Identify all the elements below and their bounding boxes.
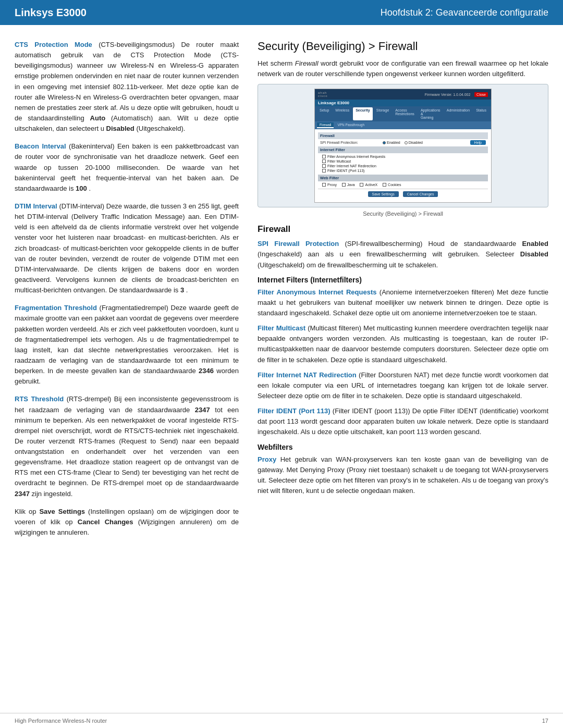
rui-filter-anon: Filter Anonymous Internet Requests [318,155,488,158]
rui-body: Firewall SPI Firewall Protection: Enable… [315,129,491,202]
screenshot-caption: Security (Beveiliging) > Firewall [258,211,548,217]
header-title-left: Linksys E3000 [15,7,87,19]
checkbox-proxy[interactable] [322,183,326,187]
cts-term: CTS Protection Mode [15,41,92,48]
beacon-paragraph: Beacon Interval (Bakeninterval) Een bake… [15,141,239,194]
footer-left: High Performance Wireless-N router [15,718,107,724]
checkbox-multicast[interactable] [322,159,326,163]
filter-ident-paragraph: Filter IDENT (Port 113) (Filter IDENT (p… [258,406,548,437]
rui-save-btn[interactable]: Save Settings [368,191,399,197]
spi-term: SPI Firewall Protection [258,240,339,248]
save-paragraph: Klik op Save Settings (Instellingen opsl… [15,507,239,538]
main-content: CTS Protection Mode (CTS-beveiligingsmod… [0,25,563,556]
rui-subnav: Firewall VPN Passthrough [315,121,491,129]
filter-ident-term: Filter IDENT (Port 113) [258,407,331,415]
radio-enabled-icon [383,141,386,144]
nav-apps[interactable]: Applications &Gaming [418,107,443,120]
footer-page-number: 17 [542,718,548,724]
rui-spi-disabled[interactable]: Disabled [405,141,423,144]
rui-header-right: Firmware Versie: 1.0.04.002 Close [425,93,488,96]
header-bar: Linksys E3000 Hoofdstuk 2: Geavanceerde … [0,0,563,25]
rui-web-filters: Proxy Java ActiveX Cookies [318,183,488,187]
nav-access[interactable]: AccessRestrictions [393,107,417,120]
checkbox-anon[interactable] [322,155,326,158]
proxy-paragraph: Proxy Het gebruik van WAN-proxyservers k… [258,454,548,497]
webfilters-heading: Webfilters [258,443,548,451]
nav-storage[interactable]: Storage [374,107,392,120]
checkbox-activex[interactable] [360,183,363,187]
left-column: CTS Protection Mode (CTS-beveiligingsmod… [15,40,239,545]
section-intro: Het scherm Firewall wordt gebruikt voor … [258,58,548,79]
header-title-right: Hoofdstuk 2: Geavanceerde configuratie [381,7,548,18]
rui-nav: Setup Wireless Security Storage AccessRe… [315,106,491,121]
subnav-firewall[interactable]: Firewall [317,122,334,128]
right-column: Security (Beveiliging) > Firewall Het sc… [258,40,548,545]
frag-term: Fragmentation Threshold [15,304,97,312]
radio-disabled-icon [405,141,408,144]
nav-wireless[interactable]: Wireless [333,107,352,120]
close-button[interactable]: Close [474,92,488,97]
filter-multicast-paragraph: Filter Multicast (Multicast filteren) Me… [258,323,548,365]
cisco-text: ahahcisco [318,91,328,97]
rui-spi-options: Enabled Disabled [383,141,423,144]
rui-help-btn[interactable]: Help [470,141,486,144]
dtim-term: DTIM Interval [15,202,57,210]
rts-term: RTS Threshold [15,395,64,403]
filter-multicast-term: Filter Multicast [258,324,305,332]
subnav-vpn[interactable]: VPN Passthrough [335,122,367,128]
filter-anon-term: Filter Anonymous Internet Requests [258,288,377,296]
rui-filter-nat: Filter Internet NAT Redirection [318,164,488,168]
rui-spi-label: SPI Firewall Protection: [320,141,383,144]
rui-firewall-section: Firewall [318,132,488,139]
nav-security[interactable]: Security [353,107,373,120]
rui-footer: Save Settings Cancel Changes [318,189,488,199]
checkbox-ident[interactable] [322,169,326,172]
cisco-logo-area: ahahcisco [318,91,328,97]
proxy-term: Proxy [258,455,276,463]
rui-internet-section: Internet Filter [318,146,488,153]
filter-nat-term: Filter Internet NAT Redirection [258,371,357,379]
router-ui-mock: ahahcisco Firmware Versie: 1.0.04.002 Cl… [314,89,492,203]
router-screenshot: ahahcisco Firmware Versie: 1.0.04.002 Cl… [258,84,548,207]
dtim-paragraph: DTIM Interval (DTIM-interval) Deze waard… [15,201,239,295]
firmware-label: Firmware Versie: 1.0.04.002 [425,93,471,96]
frag-paragraph: Fragmentation Threshold (Fragmentatiedre… [15,303,239,387]
spi-paragraph: SPI Firewall Protection (SPI-firewallbes… [258,239,548,270]
checkbox-nat[interactable] [322,164,326,168]
rui-web-section: Web Filter [318,175,488,181]
nav-status[interactable]: Status [473,107,489,120]
checkbox-java[interactable] [342,183,346,187]
rts-paragraph: RTS Threshold (RTS-drempel) Bij een inco… [15,394,239,499]
rui-cancel-btn[interactable]: Cancel Changes [403,191,438,197]
checkbox-cookies[interactable] [383,183,386,187]
nav-setup[interactable]: Setup [317,107,332,120]
rui-spi-row: SPI Firewall Protection: Enabled Disable… [318,141,488,144]
beacon-term: Beacon Interval [15,142,66,150]
rui-filter-ident: Filter IDENT (Port 113) [318,169,488,172]
rui-filter-multicast: Filter Multicast [318,159,488,163]
filter-anon-paragraph: Filter Anonymous Internet Requests (Anon… [258,287,548,318]
rui-header: ahahcisco Firmware Versie: 1.0.04.002 Cl… [315,89,491,100]
model-bar: Linksage E3000 [315,100,491,106]
rui-spi-enabled[interactable]: Enabled [383,141,400,144]
nav-admin[interactable]: Administration [444,107,472,120]
main-section-heading: Security (Beveiliging) > Firewall [258,40,548,53]
cts-paragraph: CTS Protection Mode (CTS-beveiligingsmod… [15,40,239,134]
filter-nat-paragraph: Filter Internet NAT Redirection (Filter … [258,370,548,401]
internet-filters-heading: Internet Filters (Internetfilters) [258,276,548,284]
firewall-heading: Firewall [258,224,548,235]
page-footer: High Performance Wireless-N router 17 [0,713,563,728]
